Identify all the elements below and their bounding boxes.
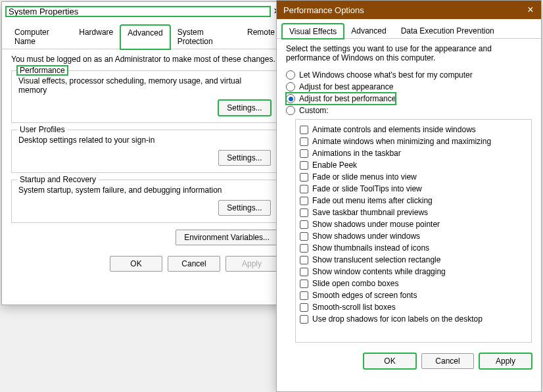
sys-apply-button[interactable]: Apply — [225, 256, 278, 272]
tab-dep[interactable]: Data Execution Prevention — [394, 23, 502, 38]
check-option[interactable]: Enable Peek — [300, 159, 527, 171]
check-option[interactable]: Show window contents while dragging — [300, 266, 527, 278]
sys-cancel-button[interactable]: Cancel — [168, 256, 220, 272]
radio-icon — [286, 70, 295, 80]
check-label: Animate windows when minimizing and maxi… — [312, 137, 491, 146]
checkbox-icon — [300, 149, 308, 158]
check-option[interactable]: Save taskbar thumbnail previews — [300, 207, 527, 218]
check-label: Smooth-scroll list boxes — [312, 303, 396, 312]
perf-apply-button[interactable]: Apply — [479, 353, 532, 369]
tab-advanced[interactable]: Advanced — [120, 25, 170, 49]
check-option[interactable]: Show translucent selection rectangle — [300, 254, 527, 266]
checkbox-icon — [300, 197, 308, 205]
checkbox-icon — [300, 291, 308, 300]
check-label: Animate controls and elements inside win… — [312, 125, 476, 134]
check-option[interactable]: Fade or slide ToolTips into view — [300, 183, 527, 195]
checkbox-icon — [300, 137, 308, 146]
startup-desc: System startup, system failure, and debu… — [18, 185, 271, 195]
custom-options-list: Animate controls and elements inside win… — [295, 119, 532, 343]
check-label: Show shadows under windows — [312, 232, 420, 241]
performance-settings-button[interactable]: Settings... — [218, 100, 271, 116]
radio-icon — [286, 82, 295, 91]
check-label: Save taskbar thumbnail previews — [312, 208, 428, 217]
perf-tabs: Visual Effects Advanced Data Execution P… — [277, 19, 541, 39]
startup-group: Startup and Recovery System startup, sys… — [11, 180, 278, 223]
radio-let-windows[interactable]: Let Windows choose what's best for my co… — [286, 69, 532, 81]
perf-close-icon[interactable]: × — [524, 3, 537, 16]
check-option[interactable]: Show shadows under windows — [300, 230, 527, 242]
checkbox-icon — [300, 268, 308, 276]
system-properties-dialog: System Properties × Computer Name Hardwa… — [1, 1, 288, 305]
checkbox-icon — [300, 244, 308, 253]
check-option[interactable]: Smooth-scroll list boxes — [300, 301, 527, 313]
radio-icon — [286, 94, 295, 103]
perf-titlebar: Performance Options × — [277, 1, 541, 19]
perf-ok-button[interactable]: OK — [364, 353, 416, 369]
check-label: Show thumbnails instead of icons — [312, 243, 429, 253]
perf-cancel-button[interactable]: Cancel — [421, 353, 474, 369]
check-option[interactable]: Fade out menu items after clicking — [300, 195, 527, 207]
check-option[interactable]: Animations in the taskbar — [300, 147, 527, 159]
checkbox-icon — [300, 220, 308, 229]
check-label: Animations in the taskbar — [312, 149, 401, 158]
startup-group-title: Startup and Recovery — [17, 175, 99, 184]
check-option[interactable]: Use drop shadows for icon labels on the … — [300, 313, 527, 325]
tab-system-protection[interactable]: System Protection — [170, 24, 240, 49]
radio-label: Adjust for best appearance — [299, 82, 393, 91]
check-option[interactable]: Smooth edges of screen fonts — [300, 289, 527, 301]
tab-visual-effects[interactable]: Visual Effects — [282, 24, 344, 39]
checkbox-icon — [300, 185, 308, 193]
check-label: Use drop shadows for icon labels on the … — [312, 314, 483, 324]
check-option[interactable]: Animate windows when minimizing and maxi… — [300, 135, 527, 147]
radio-icon — [286, 106, 295, 115]
tab-perf-advanced[interactable]: Advanced — [344, 23, 393, 38]
radio-label: Adjust for best performance — [299, 94, 396, 103]
check-label: Fade or slide menus into view — [312, 172, 417, 182]
radio-best-performance[interactable]: Adjust for best performance — [286, 93, 396, 105]
check-label: Show shadows under mouse pointer — [312, 220, 440, 229]
check-option[interactable]: Slide open combo boxes — [300, 278, 527, 289]
admin-note: You must be logged on as an Administrato… — [2, 49, 287, 64]
userprofiles-settings-button[interactable]: Settings... — [218, 150, 271, 166]
check-option[interactable]: Animate controls and elements inside win… — [300, 124, 527, 135]
tab-hardware[interactable]: Hardware — [72, 24, 120, 49]
check-option[interactable]: Show shadows under mouse pointer — [300, 218, 527, 230]
check-label: Show window contents while dragging — [312, 267, 446, 276]
radio-label: Custom: — [299, 106, 329, 115]
performance-group-title: Performance — [17, 66, 68, 75]
checkbox-icon — [300, 173, 308, 182]
sys-title: System Properties — [6, 7, 270, 16]
radio-custom[interactable]: Custom: — [286, 105, 532, 116]
checkbox-icon — [300, 303, 308, 312]
sys-tabs: Computer Name Hardware Advanced System P… — [2, 20, 287, 49]
checkbox-icon — [300, 315, 308, 324]
performance-options-dialog: Performance Options × Visual Effects Adv… — [276, 0, 542, 392]
check-option[interactable]: Show thumbnails instead of icons — [300, 242, 527, 254]
checkbox-icon — [300, 280, 308, 288]
performance-desc: Visual effects, processor scheduling, me… — [18, 76, 271, 95]
check-label: Show translucent selection rectangle — [312, 255, 440, 264]
userprofiles-group: User Profiles Desktop settings related t… — [11, 130, 278, 173]
checkbox-icon — [300, 161, 308, 170]
radio-best-appearance[interactable]: Adjust for best appearance — [286, 81, 532, 93]
check-label: Fade or slide ToolTips into view — [312, 184, 422, 193]
tab-computer-name[interactable]: Computer Name — [7, 24, 72, 49]
check-label: Enable Peek — [312, 160, 357, 170]
check-label: Smooth edges of screen fonts — [312, 291, 417, 300]
checkbox-icon — [300, 232, 308, 241]
checkbox-icon — [300, 126, 308, 134]
perf-title: Performance Options — [281, 5, 524, 15]
sys-ok-button[interactable]: OK — [110, 256, 162, 272]
check-label: Fade out menu items after clicking — [312, 196, 433, 205]
env-variables-button[interactable]: Environment Variables... — [176, 230, 278, 245]
perf-desc: Select the settings you want to use for … — [286, 44, 532, 62]
check-option[interactable]: Fade or slide menus into view — [300, 171, 527, 183]
startup-settings-button[interactable]: Settings... — [218, 200, 271, 216]
checkbox-icon — [300, 208, 308, 217]
checkbox-icon — [300, 256, 308, 264]
sys-titlebar: System Properties × — [2, 2, 287, 20]
radio-label: Let Windows choose what's best for my co… — [299, 70, 473, 80]
userprofiles-group-title: User Profiles — [17, 125, 68, 134]
check-label: Slide open combo boxes — [312, 279, 398, 288]
userprofiles-desc: Desktop settings related to your sign-in — [18, 135, 271, 145]
